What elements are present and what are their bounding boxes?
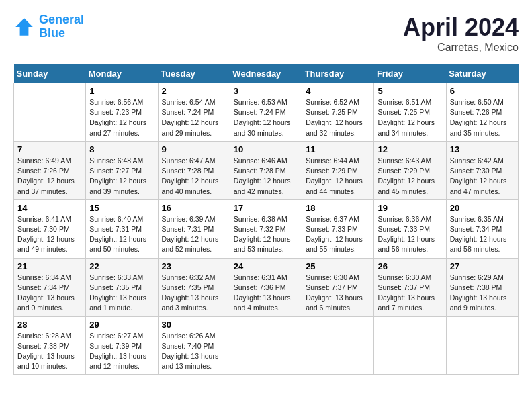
day-info: Sunrise: 6:36 AM Sunset: 7:33 PM Dayligh… [378,214,442,255]
calendar-cell: 8Sunrise: 6:48 AM Sunset: 7:27 PM Daylig… [86,141,158,199]
day-number: 6 [450,86,515,96]
calendar-table: SundayMondayTuesdayWednesdayThursdayFrid… [13,64,519,375]
day-info: Sunrise: 6:46 AM Sunset: 7:28 PM Dayligh… [234,156,298,197]
calendar-cell: 17Sunrise: 6:38 AM Sunset: 7:32 PM Dayli… [230,199,302,258]
day-number: 28 [17,320,82,330]
day-number: 3 [234,86,298,96]
calendar-cell: 25Sunrise: 6:30 AM Sunset: 7:37 PM Dayli… [302,258,374,316]
day-number: 13 [450,144,515,154]
calendar-cell: 29Sunrise: 6:27 AM Sunset: 7:39 PM Dayli… [86,316,158,375]
day-info: Sunrise: 6:52 AM Sunset: 7:25 PM Dayligh… [306,97,370,138]
title-block: April 2024 Carretas, Mexico [403,13,519,54]
day-info: Sunrise: 6:47 AM Sunset: 7:28 PM Dayligh… [162,156,226,197]
day-number: 21 [17,261,82,271]
day-info: Sunrise: 6:39 AM Sunset: 7:31 PM Dayligh… [162,214,226,255]
day-info: Sunrise: 6:38 AM Sunset: 7:32 PM Dayligh… [234,214,298,255]
logo-line2: Blue [39,26,65,40]
day-info: Sunrise: 6:51 AM Sunset: 7:25 PM Dayligh… [378,97,442,138]
logo-text: General Blue [39,13,84,40]
day-number: 27 [450,261,515,271]
day-number: 15 [89,203,154,213]
day-info: Sunrise: 6:31 AM Sunset: 7:36 PM Dayligh… [234,273,298,314]
day-info: Sunrise: 6:30 AM Sunset: 7:37 PM Dayligh… [378,273,442,314]
day-number: 23 [162,261,226,271]
column-header-friday: Friday [374,64,446,83]
calendar-cell: 13Sunrise: 6:42 AM Sunset: 7:30 PM Dayli… [446,141,518,199]
day-number: 22 [89,261,154,271]
calendar-cell: 11Sunrise: 6:44 AM Sunset: 7:29 PM Dayli… [302,141,374,199]
calendar-cell: 21Sunrise: 6:34 AM Sunset: 7:34 PM Dayli… [14,258,86,316]
svg-marker-0 [15,18,33,36]
day-number: 17 [234,203,298,213]
calendar-cell: 19Sunrise: 6:36 AM Sunset: 7:33 PM Dayli… [374,199,446,258]
calendar-cell: 14Sunrise: 6:41 AM Sunset: 7:30 PM Dayli… [14,199,86,258]
logo-icon [13,16,35,38]
calendar-cell: 2Sunrise: 6:54 AM Sunset: 7:24 PM Daylig… [158,83,230,142]
day-info: Sunrise: 6:50 AM Sunset: 7:26 PM Dayligh… [450,97,515,138]
day-number: 9 [162,144,226,154]
logo-line1: General [39,13,84,26]
day-info: Sunrise: 6:49 AM Sunset: 7:26 PM Dayligh… [17,156,82,197]
calendar-cell [302,316,374,375]
day-number: 19 [378,203,442,213]
day-number: 7 [17,144,82,154]
day-number: 1 [89,86,154,96]
calendar-title: April 2024 [403,13,519,42]
calendar-cell: 5Sunrise: 6:51 AM Sunset: 7:25 PM Daylig… [374,83,446,142]
day-number: 4 [306,86,370,96]
calendar-cell: 1Sunrise: 6:56 AM Sunset: 7:23 PM Daylig… [86,83,158,142]
day-info: Sunrise: 6:30 AM Sunset: 7:37 PM Dayligh… [306,273,370,314]
day-number: 16 [162,203,226,213]
day-number: 8 [89,144,154,154]
page-header: General Blue April 2024 Carretas, Mexico [13,13,519,54]
calendar-cell: 20Sunrise: 6:35 AM Sunset: 7:34 PM Dayli… [446,199,518,258]
calendar-cell: 27Sunrise: 6:29 AM Sunset: 7:38 PM Dayli… [446,258,518,316]
calendar-cell: 16Sunrise: 6:39 AM Sunset: 7:31 PM Dayli… [158,199,230,258]
day-number: 14 [17,203,82,213]
calendar-cell: 28Sunrise: 6:28 AM Sunset: 7:38 PM Dayli… [14,316,86,375]
day-info: Sunrise: 6:56 AM Sunset: 7:23 PM Dayligh… [89,97,154,138]
day-info: Sunrise: 6:35 AM Sunset: 7:34 PM Dayligh… [450,214,515,255]
column-header-saturday: Saturday [446,64,518,83]
day-info: Sunrise: 6:29 AM Sunset: 7:38 PM Dayligh… [450,273,515,314]
calendar-cell [230,316,302,375]
calendar-week-5: 28Sunrise: 6:28 AM Sunset: 7:38 PM Dayli… [14,316,519,375]
day-number: 10 [234,144,298,154]
day-number: 20 [450,203,515,213]
day-number: 25 [306,261,370,271]
day-number: 29 [89,320,154,330]
calendar-cell: 10Sunrise: 6:46 AM Sunset: 7:28 PM Dayli… [230,141,302,199]
calendar-body: 1Sunrise: 6:56 AM Sunset: 7:23 PM Daylig… [14,83,519,375]
day-info: Sunrise: 6:34 AM Sunset: 7:34 PM Dayligh… [17,273,82,314]
calendar-header: SundayMondayTuesdayWednesdayThursdayFrid… [14,64,519,83]
day-info: Sunrise: 6:32 AM Sunset: 7:35 PM Dayligh… [162,273,226,314]
calendar-cell [446,316,518,375]
day-number: 24 [234,261,298,271]
calendar-cell: 9Sunrise: 6:47 AM Sunset: 7:28 PM Daylig… [158,141,230,199]
day-number: 11 [306,144,370,154]
day-number: 5 [378,86,442,96]
calendar-cell: 7Sunrise: 6:49 AM Sunset: 7:26 PM Daylig… [14,141,86,199]
day-info: Sunrise: 6:28 AM Sunset: 7:38 PM Dayligh… [17,331,82,372]
column-header-monday: Monday [86,64,158,83]
calendar-cell: 18Sunrise: 6:37 AM Sunset: 7:33 PM Dayli… [302,199,374,258]
column-header-tuesday: Tuesday [158,64,230,83]
calendar-week-3: 14Sunrise: 6:41 AM Sunset: 7:30 PM Dayli… [14,199,519,258]
calendar-week-1: 1Sunrise: 6:56 AM Sunset: 7:23 PM Daylig… [14,83,519,142]
column-header-thursday: Thursday [302,64,374,83]
day-number: 30 [162,320,226,330]
day-info: Sunrise: 6:33 AM Sunset: 7:35 PM Dayligh… [89,273,154,314]
calendar-cell: 23Sunrise: 6:32 AM Sunset: 7:35 PM Dayli… [158,258,230,316]
calendar-cell: 6Sunrise: 6:50 AM Sunset: 7:26 PM Daylig… [446,83,518,142]
day-info: Sunrise: 6:41 AM Sunset: 7:30 PM Dayligh… [17,214,82,255]
day-info: Sunrise: 6:43 AM Sunset: 7:29 PM Dayligh… [378,156,442,197]
calendar-subtitle: Carretas, Mexico [403,42,519,54]
calendar-cell [14,83,86,142]
day-info: Sunrise: 6:37 AM Sunset: 7:33 PM Dayligh… [306,214,370,255]
calendar-cell: 22Sunrise: 6:33 AM Sunset: 7:35 PM Dayli… [86,258,158,316]
day-info: Sunrise: 6:44 AM Sunset: 7:29 PM Dayligh… [306,156,370,197]
day-number: 18 [306,203,370,213]
calendar-cell: 24Sunrise: 6:31 AM Sunset: 7:36 PM Dayli… [230,258,302,316]
logo: General Blue [13,13,84,40]
calendar-cell: 12Sunrise: 6:43 AM Sunset: 7:29 PM Dayli… [374,141,446,199]
